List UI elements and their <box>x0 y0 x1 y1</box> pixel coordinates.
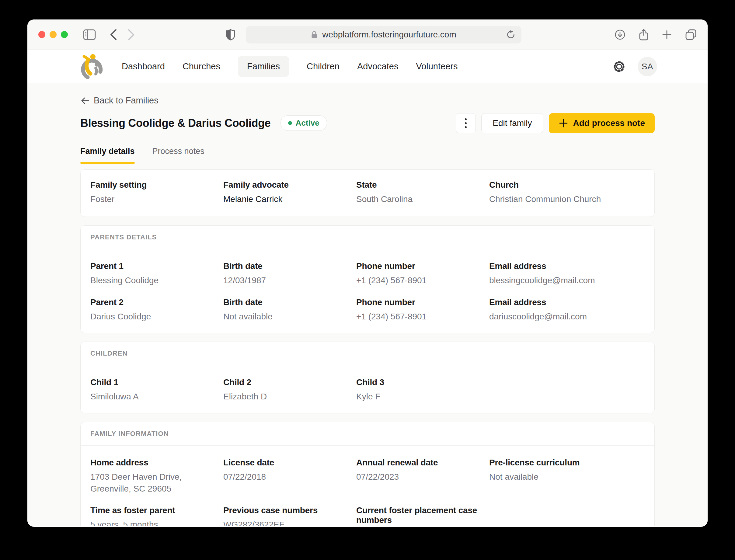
avatar[interactable]: SA <box>638 57 657 76</box>
share-icon[interactable] <box>639 29 649 41</box>
nav-item-children[interactable]: Children <box>307 61 340 71</box>
edit-family-button[interactable]: Edit family <box>481 113 543 133</box>
children-card: CHILDREN Child 1 Similoluwa A Child 2 El… <box>80 342 655 413</box>
settings-gear-icon[interactable] <box>612 60 626 74</box>
downloads-icon[interactable] <box>615 29 625 40</box>
family-info-row-2: Time as foster parent 5 years, 5 months … <box>90 506 645 526</box>
close-window-button[interactable] <box>38 31 45 38</box>
sidebar-toggle-icon[interactable] <box>83 29 96 40</box>
field-current-foster-placement-case-numbers: Current foster placement case numbers WG… <box>356 506 489 526</box>
back-link-label: Back to Families <box>94 96 158 106</box>
privacy-shield-icon[interactable] <box>226 29 235 40</box>
new-tab-icon[interactable] <box>662 30 672 40</box>
url-text: webplatform.fosteringourfuture.com <box>322 30 456 40</box>
browser-toolbar: webplatform.fosteringourfuture.com <box>27 19 708 50</box>
page-actions: Edit family Add process note <box>456 113 655 133</box>
field-state: State South Carolina <box>356 180 489 205</box>
nav-item-dashboard[interactable]: Dashboard <box>122 61 165 71</box>
field-annual-renewal-date: Annual renewal date 07/22/2023 <box>356 458 489 495</box>
field-parent-2-birth-date: Birth date Not available <box>223 297 356 323</box>
back-arrow-icon <box>80 97 89 105</box>
field-pre-license-curriculum: Pre-license curriculum Not available <box>489 458 645 495</box>
tab-process-notes[interactable]: Process notes <box>152 147 204 163</box>
nav-item-advocates[interactable]: Advocates <box>357 61 398 71</box>
add-process-note-button[interactable]: Add process note <box>549 113 655 133</box>
family-information-card: FAMILY INFORMATION Home address 1703 Dee… <box>80 422 655 526</box>
field-child-3: Child 3 Kyle F <box>356 377 489 403</box>
field-parent-1: Parent 1 Blessing Coolidge <box>90 261 223 287</box>
plus-icon <box>559 118 568 128</box>
app-header: Dashboard Churches Families Children Adv… <box>27 50 708 83</box>
parents-details-card: PARENTS DETAILS Parent 1 Blessing Coolid… <box>80 225 655 333</box>
field-parent-2: Parent 2 Darius Coolidge <box>90 297 223 323</box>
minimize-window-button[interactable] <box>50 31 57 38</box>
field-parent-1-birth-date: Birth date 12/03/1987 <box>223 261 356 287</box>
back-icon[interactable] <box>110 29 117 41</box>
field-license-date: License date 07/22/2018 <box>223 458 356 495</box>
add-process-note-label: Add process note <box>573 118 645 128</box>
forward-icon[interactable] <box>127 29 135 41</box>
field-parent-2-email: Email address dariuscoolidge@mail.com <box>489 297 645 323</box>
tab-overview-icon[interactable] <box>685 29 697 40</box>
status-dot-icon <box>288 121 292 125</box>
field-child-2: Child 2 Elizabeth D <box>223 377 356 403</box>
nav-item-families[interactable]: Families <box>238 56 289 77</box>
children-row: Child 1 Similoluwa A Child 2 Elizabeth D… <box>90 377 645 403</box>
reload-icon[interactable] <box>506 30 515 39</box>
tab-bar: Family details Process notes <box>80 147 655 163</box>
back-to-families-link[interactable]: Back to Families <box>80 96 158 106</box>
parent-1-row: Parent 1 Blessing Coolidge Birth date 12… <box>90 261 645 287</box>
status-badge-label: Active <box>296 118 319 128</box>
page-content: Back to Families Blessing Coolidge & Dar… <box>27 83 708 526</box>
field-parent-2-phone: Phone number +1 (234) 567-8901 <box>356 297 489 323</box>
family-info-section-title: FAMILY INFORMATION <box>81 422 654 446</box>
field-child-1: Child 1 Similoluwa A <box>90 377 223 403</box>
field-parent-1-email: Email address blessingcoolidge@mail.com <box>489 261 645 287</box>
page-title: Blessing Coolidge & Darius Coolidge <box>80 117 271 130</box>
more-options-button[interactable] <box>456 113 476 133</box>
kebab-icon <box>465 118 467 120</box>
status-badge: Active <box>280 115 327 131</box>
tab-family-details[interactable]: Family details <box>80 147 135 163</box>
app-logo-icon[interactable] <box>80 54 105 80</box>
parents-section-title: PARENTS DETAILS <box>81 226 654 249</box>
field-family-advocate: Family advocate Melanie Carrick <box>223 180 356 205</box>
address-bar[interactable]: webplatform.fosteringourfuture.com <box>246 26 521 43</box>
browser-window: webplatform.fosteringourfuture.com <box>27 19 708 527</box>
field-church: Church Christian Communion Church <box>489 180 645 205</box>
field-previous-case-numbers: Previous case numbers WG282/3622EF <box>223 506 356 526</box>
window-controls <box>38 31 68 38</box>
overview-card: Family setting Foster Family advocate Me… <box>80 169 655 217</box>
desktop-background: webplatform.fosteringourfuture.com <box>0 0 735 560</box>
field-family-setting: Family setting Foster <box>90 180 223 205</box>
field-time-as-foster-parent: Time as foster parent 5 years, 5 months <box>90 506 223 526</box>
field-home-address: Home address 1703 Deer Haven Drive, Gree… <box>90 458 223 495</box>
field-parent-1-phone: Phone number +1 (234) 567-8901 <box>356 261 489 287</box>
zoom-window-button[interactable] <box>61 31 68 38</box>
parent-2-row: Parent 2 Darius Coolidge Birth date Not … <box>90 297 645 323</box>
lock-icon <box>311 30 318 39</box>
nav-item-churches[interactable]: Churches <box>183 61 220 71</box>
title-row: Blessing Coolidge & Darius Coolidge Acti… <box>80 113 655 133</box>
family-info-row-1: Home address 1703 Deer Haven Drive, Gree… <box>90 458 645 495</box>
children-section-title: CHILDREN <box>81 342 654 365</box>
toolbar-right-icons <box>615 29 697 41</box>
main-nav: Dashboard Churches Families Children Adv… <box>122 56 458 77</box>
nav-item-volunteers[interactable]: Volunteers <box>416 61 458 71</box>
